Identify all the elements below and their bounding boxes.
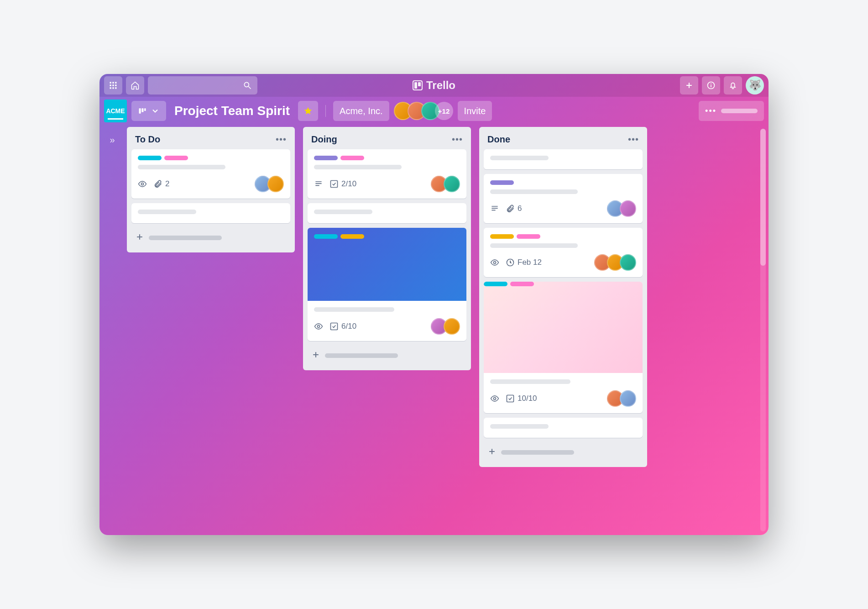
svg-rect-24 xyxy=(507,395,514,402)
svg-rect-14 xyxy=(139,108,141,114)
card-footer: 2 xyxy=(138,176,284,192)
brand-logo: Trello xyxy=(413,79,455,92)
card-member-avatar[interactable] xyxy=(620,254,636,271)
watch-badge xyxy=(138,179,147,189)
star-icon xyxy=(303,106,313,116)
list-title[interactable]: Done xyxy=(487,134,510,145)
vertical-scrollbar[interactable] xyxy=(760,129,766,531)
plus-icon xyxy=(311,350,320,361)
user-avatar-button[interactable]: 🐺 xyxy=(746,76,764,94)
card-member-avatar[interactable] xyxy=(620,390,636,407)
card-footer: 2/10 xyxy=(314,176,460,192)
expand-sidebar-button[interactable]: » xyxy=(104,131,120,148)
svg-rect-1 xyxy=(112,82,114,84)
topbar: Trello 🐺 xyxy=(99,74,769,97)
card[interactable]: 10/10 xyxy=(484,282,643,413)
card[interactable]: 2/10 xyxy=(308,149,466,199)
add-card-button[interactable] xyxy=(484,442,643,462)
card[interactable]: 6 xyxy=(484,174,643,223)
svg-rect-8 xyxy=(115,87,116,89)
board-view-switcher[interactable] xyxy=(131,101,166,121)
card-badges: Feb 12 xyxy=(490,258,542,267)
ellipsis-icon: ••• xyxy=(705,106,716,116)
card-label xyxy=(484,282,507,286)
list-menu-button[interactable]: ••• xyxy=(276,134,287,145)
board-canvas[interactable]: To Do ••• 2 Doing ••• 2/10 6/10 Done •••… xyxy=(125,125,760,535)
card-member-avatar[interactable] xyxy=(267,176,284,192)
notifications-button[interactable] xyxy=(724,76,742,94)
menu-placeholder xyxy=(721,109,758,113)
card[interactable] xyxy=(308,203,466,223)
card[interactable] xyxy=(484,149,643,169)
card-members xyxy=(607,200,636,217)
workspace-name: Acme, Inc. xyxy=(340,106,382,116)
board-content: » To Do ••• 2 Doing ••• 2/10 6/10 Done •… xyxy=(99,125,769,535)
svg-rect-20 xyxy=(331,323,338,330)
list-header: To Do ••• xyxy=(131,131,290,149)
chevron-double-right-icon: » xyxy=(110,135,115,145)
workspace-badge[interactable]: ACME xyxy=(104,100,127,122)
card-label xyxy=(340,234,364,239)
add-card-placeholder xyxy=(325,353,398,358)
card[interactable]: 2 xyxy=(131,149,290,199)
add-card-button[interactable] xyxy=(131,228,290,248)
list-title[interactable]: To Do xyxy=(135,134,160,145)
checklist-badge: 10/10 xyxy=(506,394,537,403)
card-member-avatar[interactable] xyxy=(444,318,460,335)
card-members xyxy=(431,318,460,335)
svg-rect-18 xyxy=(331,181,338,188)
list-menu-button[interactable]: ••• xyxy=(628,134,639,145)
description-badge xyxy=(314,179,323,189)
apps-menu-button[interactable] xyxy=(104,76,122,94)
divider xyxy=(325,105,326,117)
card[interactable]: 6/10 xyxy=(308,228,466,341)
card-badges: 10/10 xyxy=(490,394,537,403)
more-members-button[interactable]: +12 xyxy=(435,102,453,120)
svg-rect-3 xyxy=(110,84,111,86)
attachment-badge: 6 xyxy=(506,204,522,213)
svg-rect-13 xyxy=(711,85,711,87)
card-member-avatar[interactable] xyxy=(620,200,636,217)
card-label xyxy=(490,234,514,239)
add-card-button[interactable] xyxy=(308,346,466,366)
workspace-button[interactable]: Acme, Inc. xyxy=(333,101,389,121)
app-window: Trello 🐺 ACME Project Team Spirit xyxy=(99,74,769,535)
card-label xyxy=(164,156,188,160)
svg-rect-7 xyxy=(112,87,114,89)
svg-point-9 xyxy=(244,82,249,87)
svg-point-23 xyxy=(494,398,496,400)
trello-board-icon xyxy=(413,80,423,90)
svg-point-17 xyxy=(141,183,144,185)
card-badges: 2/10 xyxy=(314,179,356,189)
home-icon xyxy=(131,81,140,90)
card[interactable]: Feb 12 xyxy=(484,228,643,277)
card[interactable] xyxy=(131,203,290,223)
checklist-badge: 2/10 xyxy=(329,179,356,189)
board-menu-button[interactable]: ••• xyxy=(699,101,764,121)
svg-point-12 xyxy=(711,84,711,84)
svg-rect-16 xyxy=(144,108,146,111)
card[interactable] xyxy=(484,418,643,438)
card-member-avatar[interactable] xyxy=(444,176,460,192)
create-button[interactable] xyxy=(680,76,698,94)
invite-button[interactable]: Invite xyxy=(458,101,492,121)
list: Doing ••• 2/10 6/10 xyxy=(303,127,471,370)
chevron-down-icon xyxy=(151,106,160,116)
info-button[interactable] xyxy=(702,76,720,94)
list-header: Doing ••• xyxy=(308,131,466,149)
list-title[interactable]: Doing xyxy=(311,134,337,145)
card-label xyxy=(314,156,338,160)
board-icon xyxy=(138,106,147,116)
card-members xyxy=(431,176,460,192)
board-title[interactable]: Project Team Spirit xyxy=(171,104,293,118)
plus-icon xyxy=(487,447,497,458)
home-button[interactable] xyxy=(126,76,144,94)
card-badges: 6 xyxy=(490,204,522,213)
search-input[interactable] xyxy=(148,76,257,94)
husky-avatar-icon: 🐺 xyxy=(749,79,761,91)
star-board-button[interactable] xyxy=(298,101,318,121)
svg-rect-6 xyxy=(110,87,111,89)
svg-rect-5 xyxy=(115,84,116,86)
list-menu-button[interactable]: ••• xyxy=(452,134,463,145)
attachment-badge: 2 xyxy=(153,179,169,189)
